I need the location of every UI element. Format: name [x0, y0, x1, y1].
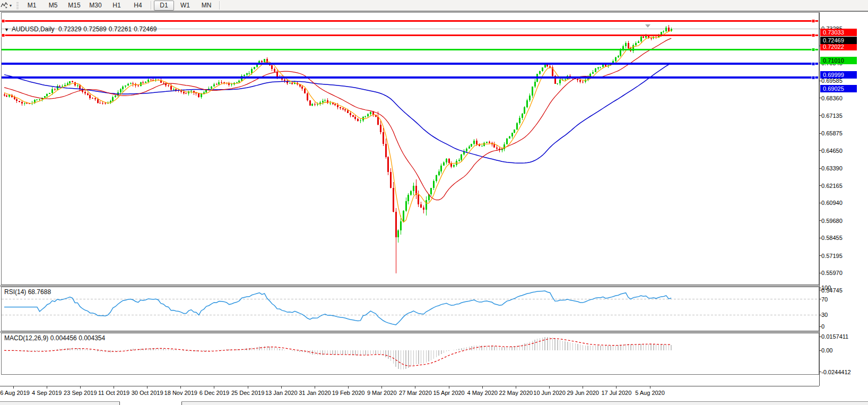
price-tick-0.57195: 0.57195 [821, 253, 843, 259]
chart-tab-hk50-h1[interactable]: HK50,H1 [470, 402, 511, 405]
timeframe-button-m1[interactable]: M1 [22, 1, 42, 11]
price-tick-0.68360: 0.68360 [821, 95, 843, 101]
date-tick-mark [147, 386, 147, 389]
tool-dropdown-caret[interactable]: ▾ [10, 3, 12, 8]
price-tick-0.63390: 0.63390 [821, 165, 843, 171]
ohlc-close: 0.72469 [134, 25, 157, 33]
date-tick-mark [516, 386, 516, 389]
hline-handle-right-0.69999[interactable] [812, 62, 815, 65]
price-tick-0.65875: 0.65875 [821, 130, 843, 136]
macd-main-value: 0.004456 [50, 334, 77, 342]
date-label: 5 Aug 2020 [629, 390, 671, 396]
hline-handle-right-0.71010[interactable] [812, 48, 815, 51]
date-tick-mark [415, 386, 415, 389]
macd-pane[interactable] [1, 333, 819, 375]
timeframe-button-m15[interactable]: M15 [64, 1, 84, 11]
chart-tab-eurusd-daily[interactable]: EURUSD,Daily [302, 402, 362, 405]
timeframe-buttons: M1M5M15M30H1H4D1W1MN [21, 0, 222, 11]
current-price-badge: 0.72469 [820, 37, 857, 44]
price-tick-0.62165: 0.62165 [821, 183, 843, 189]
chart-tab-usdjpy-h1[interactable]: USDJPY,H1 [739, 402, 789, 405]
macd-signal-value: 0.004354 [79, 334, 105, 342]
rsi-tick-70: 70 [821, 296, 828, 303]
timeframe-button-mn[interactable]: MN [196, 1, 216, 11]
rsi-tick-100: 100 [821, 285, 831, 291]
chart-tab-xauusd-h1[interactable]: XAUUSD,H1 [416, 402, 470, 405]
ohlc-high: 0.72589 [83, 25, 106, 33]
price-badge-0.73033: 0.73033 [820, 29, 857, 36]
rsi-pane[interactable] [1, 287, 819, 331]
timeframe-button-d1[interactable]: D1 [154, 1, 174, 11]
timeframe-button-w1[interactable]: W1 [175, 1, 195, 11]
timeframe-button-m5[interactable]: M5 [43, 1, 63, 11]
date-tick-mark [449, 386, 449, 389]
date-tick-mark [616, 386, 617, 389]
time-axis: 16 Aug 20194 Sep 201923 Sep 201911 Oct 2… [0, 386, 819, 402]
date-tick-mark [315, 386, 315, 389]
hline-handle-right-0.69025[interactable] [812, 76, 815, 79]
ohlc-low: 0.72261 [109, 25, 132, 33]
date-tick-mark [114, 386, 114, 389]
date-tick-mark [248, 386, 248, 389]
chart-tab-usdcad-daily[interactable]: USDCAD,Daily [182, 402, 242, 405]
chart-tab-uk100-h1[interactable]: UK100,H1 [557, 402, 603, 405]
chart-tool-icon[interactable]: ▾ [0, 1, 14, 10]
date-tick-mark [214, 386, 214, 389]
price-tick-0.67135: 0.67135 [821, 113, 843, 119]
chart-tab-ger30-h1[interactable]: GER30,H1 [603, 402, 650, 405]
toolbar-separator [219, 1, 220, 10]
date-tick-mark [348, 386, 349, 389]
hline-handle-left-0.73033[interactable] [2, 20, 5, 23]
price-tick-0.59680: 0.59680 [821, 218, 843, 224]
chart-tab-dj30-daily[interactable]: DJ30,Daily [789, 402, 837, 405]
hline-handle-right-0.72022[interactable] [812, 34, 815, 37]
rsi-tick-30: 30 [821, 312, 828, 318]
chart-window: ▼AUDUSD,Daily 0.723290.725890.722610.724… [0, 11, 868, 405]
toolbar-grip[interactable] [16, 2, 19, 9]
chart-tab-usdcnh-daily[interactable]: USDCNH,Daily [242, 402, 302, 405]
timeframe-button-h1[interactable]: H1 [107, 1, 127, 11]
price-badge-0.69999: 0.69999 [820, 71, 857, 79]
price-tick-0.55970: 0.55970 [821, 270, 843, 276]
timeframe-button-h4[interactable]: H4 [128, 1, 148, 11]
chart-tab-fra40-h1[interactable]: FRA40,H1 [650, 402, 696, 405]
chart-title: ▼AUDUSD,Daily 0.723290.725890.722610.724… [4, 25, 159, 33]
date-tick-mark [281, 386, 282, 389]
rsi-value: 68.7688 [28, 288, 51, 296]
date-tick-mark [482, 386, 483, 389]
macd-tick-top: 0.0157411 [821, 333, 848, 340]
price-tick-0.64650: 0.64650 [821, 148, 843, 154]
chart-tab-gbpusd-h4[interactable]: GBPUSD,H4 [363, 402, 416, 405]
chart-shift-marker[interactable] [645, 24, 650, 28]
chart-tab-audusd-daily[interactable]: AUDUSD,Daily [119, 401, 182, 405]
chart-tab-bar: EURUSD,DailyUSDCHF,DailyAUDUSD,DailyUSDC… [0, 401, 868, 405]
date-tick-mark [583, 386, 583, 389]
price-badge-0.71010: 0.71010 [820, 57, 857, 64]
chart-tab-eurusd-daily[interactable]: EURUSD,Daily [0, 402, 60, 405]
chart-tab-usdchf-daily[interactable]: USDCHF,Daily [60, 402, 119, 405]
price-badge-0.69025: 0.69025 [820, 85, 857, 92]
price-axis: 0.732850.720700.708450.695850.683600.671… [820, 12, 868, 401]
macd-tick-bottom: -0.0244412 [821, 369, 851, 375]
collapse-icon[interactable]: ▼ [4, 27, 9, 32]
chart-tab-uk100-h1[interactable]: UK100,H1 [511, 402, 557, 405]
main-chart-pane[interactable] [1, 12, 819, 285]
date-tick-mark [180, 386, 181, 389]
date-tick-mark [13, 386, 14, 389]
chart-tab-usoil-h4[interactable]: USOil,H4 [696, 402, 739, 405]
timeframe-button-m30[interactable]: M30 [85, 1, 106, 11]
mt4-window: ▾ M1M5M15M30H1H4D1W1MN ▼AUDUSD,Daily 0.7… [0, 0, 868, 405]
hline-handle-right-0.73033[interactable] [812, 20, 815, 23]
date-tick-mark [47, 386, 47, 389]
chart-tab-china300-h1[interactable]: CHINA300,H1 [837, 402, 868, 405]
toolbar-separator [151, 1, 151, 10]
price-tick-0.60940: 0.60940 [821, 200, 843, 206]
macd-tick-zero: 0.00 [821, 347, 832, 354]
symbol-period-label: AUDUSD,Daily [12, 25, 55, 33]
date-tick-mark [80, 386, 81, 389]
macd-label: MACD(12,26,9) 0.004456 0.004354 [4, 334, 105, 342]
rsi-label: RSI(14) 68.7688 [4, 288, 51, 296]
hline-handle-left-0.72022[interactable] [2, 34, 5, 37]
date-tick-mark [650, 386, 650, 389]
rsi-tick-0: 0 [821, 323, 824, 330]
